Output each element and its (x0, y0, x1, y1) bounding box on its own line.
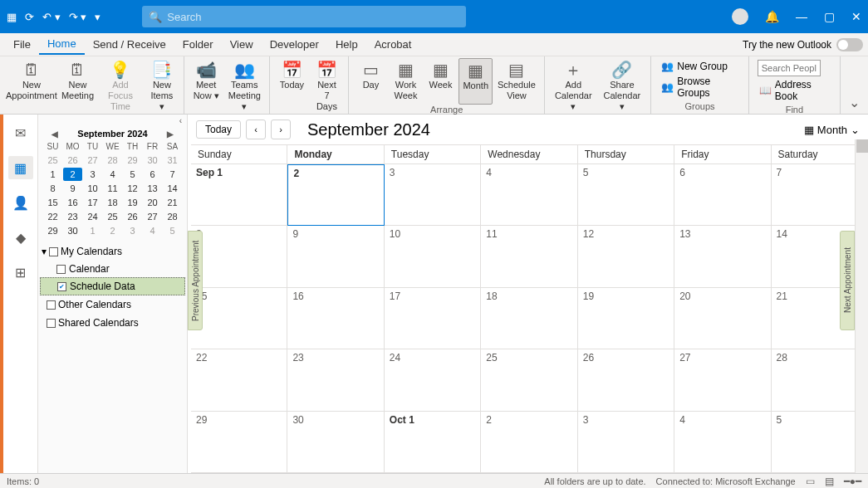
share-calendar-button[interactable]: 🔗 ShareCalendar ▾ (599, 58, 646, 115)
next-period-button[interactable]: › (271, 120, 291, 139)
calendar-cell[interactable]: 4 (481, 164, 577, 226)
new-group-button[interactable]: 👥New Group (660, 60, 740, 73)
mini-cal-day[interactable]: 25 (103, 210, 122, 223)
add-calendar-button[interactable]: ＋ AddCalendar ▾ (550, 58, 597, 115)
calendar-cell[interactable]: 2 (287, 164, 384, 226)
mini-cal-day[interactable]: 6 (143, 168, 162, 181)
calendar-cell[interactable]: 7 (772, 164, 868, 226)
mini-cal-day[interactable]: 1 (43, 168, 62, 181)
shared-calendars-checkbox[interactable] (47, 319, 56, 328)
mini-cal-day[interactable]: 1 (83, 224, 102, 237)
new-items-button[interactable]: 📑 NewItems ▾ (145, 58, 179, 115)
search-people-input[interactable] (758, 60, 821, 76)
rail-mail[interactable]: ✉ (8, 121, 33, 144)
mini-cal-day[interactable]: 29 (123, 154, 142, 167)
mini-cal-day[interactable]: 2 (103, 224, 122, 237)
calendar-cell[interactable]: 27 (674, 349, 771, 411)
mini-cal-day[interactable]: 15 (43, 196, 62, 209)
calendar-cell[interactable]: 12 (578, 226, 674, 287)
mini-cal-day[interactable]: 31 (163, 154, 182, 167)
calendar-cell[interactable]: Oct 1 (385, 412, 481, 473)
mini-cal-day[interactable]: 30 (63, 224, 82, 237)
calendar-cell[interactable]: 5 (772, 412, 868, 473)
tab-acrobat[interactable]: Acrobat (366, 35, 420, 54)
calendar-cell[interactable]: 15 (191, 288, 287, 349)
calendar-cell[interactable]: 19 (578, 288, 674, 349)
browse-groups-button[interactable]: 👥Browse Groups (660, 75, 740, 100)
calendar-cell[interactable]: 26 (578, 349, 674, 411)
week-view-button[interactable]: ▦ Week (424, 58, 457, 103)
tab-view[interactable]: View (222, 35, 262, 54)
rail-more[interactable]: ⊞ (8, 261, 33, 284)
calendar-cell[interactable]: 22 (191, 349, 287, 411)
new-appointment-button[interactable]: 🗓 NewAppointment (5, 58, 58, 103)
schedule-view-button[interactable]: ▤ ScheduleView (494, 58, 539, 103)
calendar-cell[interactable]: 4 (674, 412, 771, 473)
view-reading-icon[interactable]: ▤ (825, 476, 834, 487)
calendar-checkbox[interactable] (57, 282, 66, 291)
calendar-cell[interactable]: 30 (287, 412, 384, 473)
view-selector[interactable]: ▦ Month ⌄ (804, 124, 860, 136)
next-7-days-button[interactable]: 📅 Next7 Days (310, 58, 343, 115)
outlook-icon[interactable]: ▦ (7, 11, 17, 23)
calendar-cell[interactable]: Sep 1 (191, 164, 287, 226)
mini-cal-day[interactable]: 5 (123, 168, 142, 181)
maximize-icon[interactable]: ▢ (824, 10, 835, 23)
search-input[interactable] (167, 11, 459, 23)
mini-cal-next[interactable]: ▶ (167, 129, 174, 139)
teams-meeting-button[interactable]: 👥 TeamsMeeting ▾ (224, 58, 264, 115)
tab-help[interactable]: Help (327, 35, 366, 54)
sidebar-collapse[interactable]: ‹ (38, 116, 187, 125)
month-view-button[interactable]: ▦ Month (459, 58, 493, 105)
other-calendars-header[interactable]: Other Calendars (40, 295, 185, 314)
redo-icon[interactable]: ↷ ▾ (69, 11, 87, 23)
minimize-icon[interactable]: — (796, 10, 807, 23)
close-icon[interactable]: ✕ (851, 10, 861, 23)
mini-cal-day[interactable]: 23 (63, 210, 82, 223)
calendar-cell[interactable]: 9 (287, 226, 384, 287)
rail-people[interactable]: 👤 (8, 191, 33, 214)
mini-cal-day[interactable]: 2 (63, 168, 82, 181)
mini-cal-day[interactable]: 7 (163, 168, 182, 181)
calendar-cell[interactable]: 29 (191, 412, 287, 473)
mini-cal-day[interactable]: 18 (103, 196, 122, 209)
calendar-cell[interactable]: 28 (772, 349, 868, 411)
calendar-list-item[interactable]: Schedule Data (40, 277, 185, 295)
qat-dropdown-icon[interactable]: ▾ (95, 11, 101, 23)
zoom-slider[interactable]: ━●━ (844, 476, 861, 487)
calendar-cell[interactable]: 16 (287, 288, 384, 349)
search-box[interactable]: 🔍 (142, 6, 466, 27)
calendar-cell[interactable]: 23 (287, 349, 384, 411)
prev-period-button[interactable]: ‹ (246, 120, 266, 139)
view-normal-icon[interactable]: ▭ (806, 476, 815, 487)
add-focus-time-button[interactable]: 💡 Add FocusTime (97, 58, 144, 115)
mini-cal-day[interactable]: 10 (83, 182, 102, 195)
mini-cal-day[interactable]: 19 (123, 196, 142, 209)
mini-cal-day[interactable]: 25 (43, 154, 62, 167)
mini-cal-day[interactable]: 28 (103, 154, 122, 167)
today-nav-button[interactable]: Today (196, 120, 241, 139)
mini-cal-prev[interactable]: ◀ (51, 129, 58, 139)
rail-tasks[interactable]: ◆ (8, 226, 33, 249)
shared-calendars-header[interactable]: Shared Calendars (40, 314, 185, 332)
tab-folder[interactable]: Folder (174, 35, 222, 54)
new-meeting-button[interactable]: 🗓 NewMeeting (60, 58, 96, 103)
tab-home[interactable]: Home (39, 34, 85, 55)
prev-appointment-tab[interactable]: Previous Appointment (188, 231, 203, 330)
calendar-cell[interactable]: 3 (578, 412, 674, 473)
ribbon-collapse-button[interactable]: ⌄ (841, 91, 868, 114)
calendar-cell[interactable]: 5 (578, 164, 674, 226)
calendar-cell[interactable]: 8 (191, 226, 287, 287)
meet-now-button[interactable]: 📹 MeetNow ▾ (189, 58, 223, 103)
calendar-cell[interactable]: 25 (481, 349, 577, 411)
calendar-cell[interactable]: 6 (674, 164, 771, 226)
bell-icon[interactable]: 🔔 (765, 10, 779, 23)
tab-developer[interactable]: Developer (262, 35, 327, 54)
calendar-cell[interactable]: 11 (481, 226, 577, 287)
mini-cal-day[interactable]: 29 (43, 224, 62, 237)
avatar[interactable] (732, 8, 748, 25)
mini-cal-day[interactable]: 5 (163, 224, 182, 237)
undo-icon[interactable]: ↶ ▾ (42, 11, 61, 23)
my-calendars-checkbox[interactable] (49, 247, 58, 256)
mini-cal-day[interactable]: 11 (103, 182, 122, 195)
